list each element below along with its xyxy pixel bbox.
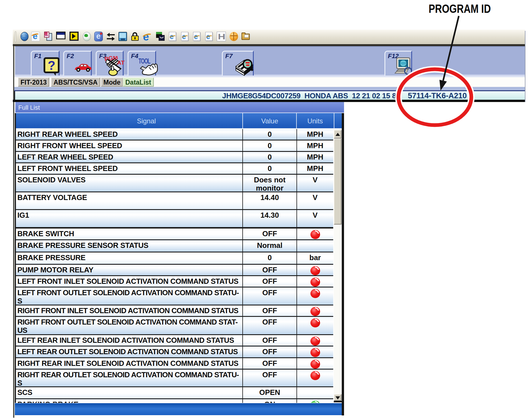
svg-text:AT: AT [117, 59, 125, 66]
svg-text:TOOL: TOOL [138, 58, 150, 65]
svg-text:?: ? [48, 58, 56, 72]
